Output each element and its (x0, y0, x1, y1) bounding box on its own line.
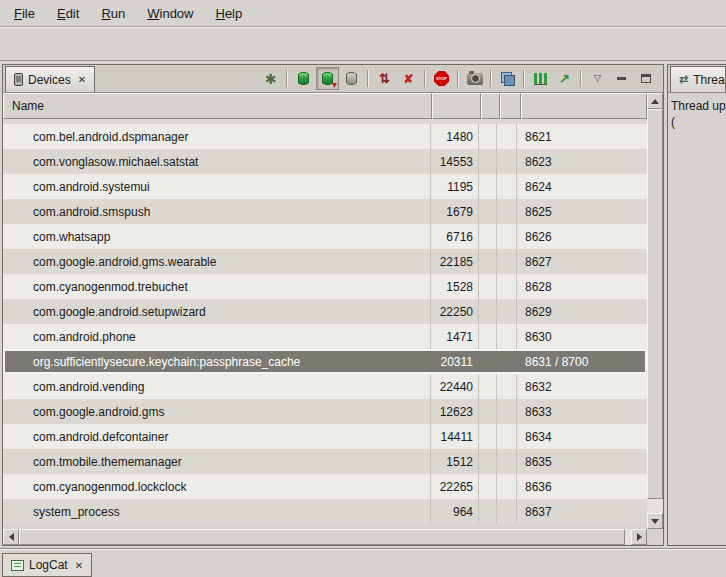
main-toolbar (0, 27, 726, 61)
table-row[interactable]: com.tmobile.thememanager 1512 8635 (3, 449, 647, 474)
menu-window[interactable]: Window (137, 2, 203, 25)
threads-panel: ⇄ Threads Thread up( (667, 64, 726, 546)
table-row[interactable]: com.cyanogenmod.trebuchet 1528 8628 (3, 274, 647, 299)
update-threads-button[interactable]: ⇅ (373, 67, 396, 90)
table-row[interactable]: com.android.systemui 1195 8624 (3, 174, 647, 199)
column-spacer (497, 249, 517, 274)
column-spacer (479, 274, 497, 299)
threads-message: Thread up( (668, 93, 726, 135)
scroll-up-button[interactable] (647, 93, 663, 109)
table-row[interactable]: com.google.android.gms.wearable 22185 86… (3, 249, 647, 274)
tab-devices[interactable]: Devices ✕ (5, 66, 95, 92)
table-row[interactable]: com.bel.android.dspmanager 1480 8621 (3, 124, 647, 149)
table-row[interactable]: com.android.defcontainer 14411 8634 (3, 424, 647, 449)
column-header-port[interactable] (521, 93, 647, 119)
toolbar-separator (367, 70, 369, 87)
process-name: system_process (3, 499, 431, 524)
process-pid: 1512 (431, 449, 479, 474)
minimize-button[interactable] (610, 67, 633, 90)
process-port: 8633 (517, 399, 647, 424)
tab-threads[interactable]: ⇄ Threads (670, 66, 726, 92)
view-menu-button[interactable]: ▽ (586, 67, 609, 90)
column-spacer (479, 324, 497, 349)
horizontal-scroll-thumb[interactable] (19, 529, 625, 545)
column-spacer (479, 249, 497, 274)
gc-icon (346, 72, 357, 85)
process-name: com.android.phone (3, 324, 431, 349)
column-header-name[interactable]: Name (3, 93, 432, 119)
close-icon[interactable]: ✕ (73, 560, 83, 571)
chevron-down-icon: ▽ (594, 74, 601, 83)
table-row[interactable]: com.google.android.setupwizard 22250 862… (3, 299, 647, 324)
process-name: com.tmobile.thememanager (3, 449, 431, 474)
column-spacer (497, 324, 517, 349)
table-row[interactable]: com.vonglasow.michael.satstat 14553 8623 (3, 149, 647, 174)
toolbar-separator (580, 70, 582, 87)
logcat-strip: LogCat ✕ (0, 548, 726, 577)
table-row[interactable]: com.android.phone 1471 8630 (3, 324, 647, 349)
process-port: 8630 (517, 324, 647, 349)
table-row[interactable]: com.android.smspush 1679 8625 (3, 199, 647, 224)
sysinfo-button[interactable] (529, 67, 552, 90)
menu-edit[interactable]: Edit (47, 2, 89, 25)
column-spacer (497, 374, 517, 399)
column-header-pid[interactable] (432, 93, 481, 119)
device-icon (14, 73, 23, 86)
hierarchy-view-button[interactable] (496, 67, 519, 90)
column-spacer (497, 424, 517, 449)
column-spacer (497, 299, 517, 324)
menu-run[interactable]: Run (91, 2, 135, 25)
table-row[interactable]: com.whatsapp 6716 8626 (3, 224, 647, 249)
process-port: 8623 (517, 149, 647, 174)
column-spacer (497, 499, 517, 524)
table-row[interactable]: com.google.android.gms 12623 8633 (3, 399, 647, 424)
process-pid: 1471 (431, 324, 479, 349)
scroll-down-button[interactable] (647, 513, 663, 529)
table-row[interactable]: org.sufficientlysecure.keychain:passphra… (3, 349, 647, 374)
close-icon[interactable]: ✕ (76, 74, 86, 85)
process-port: 8624 (517, 174, 647, 199)
column-header-spacer1[interactable] (481, 93, 500, 119)
tab-logcat[interactable]: LogCat ✕ (2, 553, 92, 577)
bars-icon (534, 73, 547, 85)
dump-hprof-button[interactable] (316, 67, 339, 90)
column-header-spacer2[interactable] (500, 93, 521, 119)
debug-process-button[interactable]: ✱ (259, 67, 282, 90)
process-name: com.android.vending (3, 374, 431, 399)
horizontal-scroll-track[interactable] (19, 529, 631, 545)
menu-help[interactable]: Help (205, 2, 252, 25)
vertical-scrollbar[interactable] (647, 93, 663, 529)
table-row[interactable]: com.android.vending 22440 8632 (3, 374, 647, 399)
table-row[interactable]: com.cyanogenmod.lockclock 22265 8636 (3, 474, 647, 499)
process-name: com.whatsapp (3, 224, 431, 249)
flush-threads-button[interactable]: ✘ (397, 67, 420, 90)
process-port: 8636 (517, 474, 647, 499)
cause-gc-button[interactable] (340, 67, 363, 90)
process-name: com.android.defcontainer (3, 424, 431, 449)
update-heap-button[interactable] (292, 67, 315, 90)
table-row[interactable]: system_process 964 8637 (3, 499, 647, 524)
horizontal-scrollbar[interactable] (3, 529, 663, 545)
column-spacer (497, 399, 517, 424)
column-spacer (479, 399, 497, 424)
menu-file[interactable]: File (4, 2, 45, 25)
column-spacer (479, 149, 497, 174)
vertical-scroll-track[interactable] (647, 109, 663, 513)
scroll-right-button[interactable] (631, 529, 647, 545)
screen-capture-button[interactable] (463, 67, 486, 90)
process-port: 8634 (517, 424, 647, 449)
scroll-left-button[interactable] (3, 529, 19, 545)
device-table: Name com.bel.android.dspmanager 1480 862… (3, 93, 663, 529)
process-pid: 14553 (431, 149, 479, 174)
stop-process-button[interactable]: STOP (430, 67, 453, 90)
method-profiling-button[interactable]: ↗ (553, 67, 576, 90)
column-spacer (479, 199, 497, 224)
triangle-right-icon (637, 533, 642, 541)
triangle-left-icon (9, 533, 14, 541)
column-spacer (497, 224, 517, 249)
process-pid: 22185 (431, 249, 479, 274)
vertical-scroll-thumb[interactable] (647, 109, 663, 499)
maximize-button[interactable] (634, 67, 657, 90)
process-pid: 22265 (431, 474, 479, 499)
process-pid: 22440 (431, 374, 479, 399)
